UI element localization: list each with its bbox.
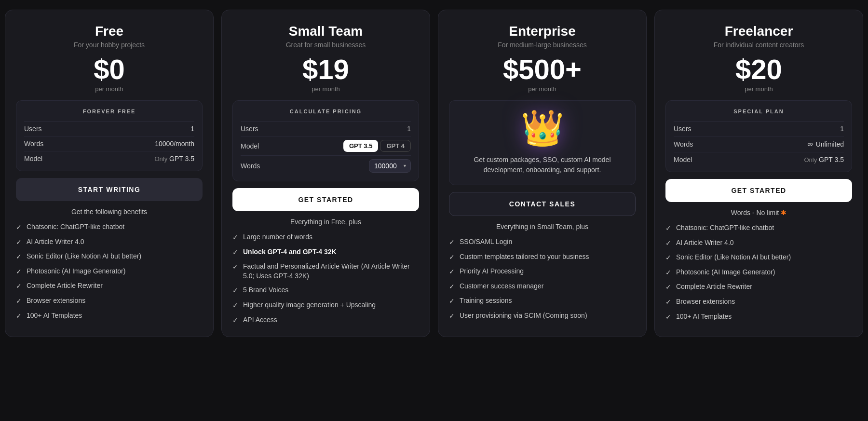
config-val-model-freelancer: Only GPT 3.5 xyxy=(804,156,844,163)
check-icon: ✓ xyxy=(665,268,671,278)
config-val-words-free: 10000/month xyxy=(155,140,194,148)
list-item: ✓ 5 Brand Voices xyxy=(232,285,419,296)
list-item: ✓ User provisioning via SCIM (Coming soo… xyxy=(449,311,636,321)
plan-period-free: per month xyxy=(16,85,203,93)
gpt35-button[interactable]: GPT 3.5 xyxy=(343,140,378,152)
list-item: ✓ Sonic Editor (Like Notion AI but bette… xyxy=(665,253,852,263)
plan-tagline-small-team: Great for small businesses xyxy=(232,41,419,49)
feature-text: Custom templates tailored to your busine… xyxy=(460,252,589,262)
feature-text-bold: Unlock GPT-4 and GPT-4 32K xyxy=(243,247,337,257)
feature-text: Sonic Editor (Like Notion AI but better) xyxy=(27,252,141,261)
feature-list-enterprise: ✓ SSO/SAML Login ✓ Custom templates tail… xyxy=(449,237,636,321)
plan-header-small-team: Small Team Great for small businesses $1… xyxy=(232,24,419,93)
feature-text: AI Article Writer 4.0 xyxy=(27,237,84,247)
config-key-words-small-team: Words xyxy=(241,162,260,170)
list-item: ✓ Custom templates tailored to your busi… xyxy=(449,252,636,262)
feature-text: Complete Article Rewriter xyxy=(676,282,752,292)
check-icon: ✓ xyxy=(449,267,455,277)
config-row-model-small-team: Model GPT 3.5 GPT 4 xyxy=(241,136,411,155)
benefits-heading-enterprise: Everything in Small Team, plus xyxy=(449,223,636,231)
list-item: ✓ Complete Article Rewriter xyxy=(665,282,852,292)
list-item: ✓ Sonic Editor (Like Notion AI but bette… xyxy=(16,252,203,262)
list-item: ✓ Browser extensions xyxy=(665,297,852,307)
list-item: ✓ API Access xyxy=(232,315,419,326)
feature-text: Higher quality image generation + Upscal… xyxy=(243,300,376,310)
list-item: ✓ SSO/SAML Login xyxy=(449,237,636,247)
plan-name-freelancer: Freelancer xyxy=(665,24,852,39)
config-row-users-small-team: Users 1 xyxy=(241,121,411,136)
list-item: ✓ Training sessions xyxy=(449,296,636,306)
plan-price-enterprise: $500+ xyxy=(449,55,636,83)
config-key-words-free: Words xyxy=(24,140,43,148)
config-row-model-free: Model Only GPT 3.5 xyxy=(24,151,194,166)
plan-card-enterprise: Enterprise For medium-large businesses $… xyxy=(438,10,647,337)
feature-text: Browser extensions xyxy=(27,296,85,306)
config-val-users-freelancer: 1 xyxy=(840,125,844,133)
config-row-users-freelancer: Users 1 xyxy=(674,121,844,136)
plan-price-free: $0 xyxy=(16,55,203,83)
plan-price-freelancer: $20 xyxy=(665,55,852,83)
list-item: ✓ Unlock GPT-4 and GPT-4 32K xyxy=(232,247,419,258)
get-started-button-small-team[interactable]: GET STARTED xyxy=(232,188,419,211)
config-val-model-free: Only GPT 3.5 xyxy=(154,155,194,163)
config-key-model-small-team: Model xyxy=(241,142,259,150)
words-select[interactable]: 100000 200000 500000 xyxy=(369,159,411,173)
check-icon: ✓ xyxy=(449,297,455,306)
check-icon: ✓ xyxy=(232,286,238,296)
feature-list-small-team: ✓ Large number of words ✓ Unlock GPT-4 a… xyxy=(232,232,419,325)
gpt4-button[interactable]: GPT 4 xyxy=(380,140,411,152)
plan-tagline-enterprise: For medium-large businesses xyxy=(449,41,636,49)
model-toggle: GPT 3.5 GPT 4 xyxy=(343,140,411,152)
feature-text: 100+ AI Templates xyxy=(27,311,82,321)
config-key-users-freelancer: Users xyxy=(674,125,692,133)
benefits-heading-small-team: Everything in Free, plus xyxy=(232,218,419,226)
check-icon: ✓ xyxy=(16,267,22,277)
plan-tagline-freelancer: For individual content creators xyxy=(665,41,852,49)
plan-period-small-team: per month xyxy=(232,85,419,93)
enterprise-desc: Get custom packages, SSO, custom AI mode… xyxy=(457,155,627,175)
feature-text: Training sessions xyxy=(460,296,512,306)
feature-text: 100+ AI Templates xyxy=(676,312,732,322)
check-icon: ✓ xyxy=(665,224,671,233)
list-item: ✓ Factual and Personalized Article Write… xyxy=(232,262,419,281)
check-icon: ✓ xyxy=(665,239,671,248)
check-icon: ✓ xyxy=(449,238,455,247)
list-item: ✓ Complete Article Rewriter xyxy=(16,281,203,291)
feature-text: Chatsonic: ChatGPT-like chatbot xyxy=(27,222,124,232)
list-item: ✓ Photosonic (AI Image Generator) xyxy=(665,268,852,278)
config-key-model-freelancer: Model xyxy=(674,156,692,163)
check-icon: ✓ xyxy=(16,297,22,306)
feature-text: Chatsonic: ChatGPT-like chatbot xyxy=(676,223,774,233)
plan-name-small-team: Small Team xyxy=(232,24,419,39)
config-key-words-freelancer: Words xyxy=(674,140,693,148)
get-started-button-freelancer[interactable]: GET STARTED xyxy=(665,179,852,202)
asterisk-icon: ✱ xyxy=(781,209,787,217)
check-icon: ✓ xyxy=(665,253,671,263)
config-val-words-freelancer: ∞ Unlimited xyxy=(807,140,844,149)
plan-config-small-team: CALCULATE PRICING Users 1 Model GPT 3.5 … xyxy=(232,100,419,181)
check-icon: ✓ xyxy=(449,282,455,292)
config-key-users-small-team: Users xyxy=(241,125,258,133)
check-icon: ✓ xyxy=(16,238,22,247)
plan-config-freelancer: SPECIAL PLAN Users 1 Words ∞ Unlimited M… xyxy=(665,100,852,172)
enterprise-visual-box: 👑 Get custom packages, SSO, custom AI mo… xyxy=(449,100,636,185)
contact-sales-button[interactable]: CONTACT SALES xyxy=(449,192,636,216)
list-item: ✓ Photosonic (AI Image Generator) xyxy=(16,267,203,277)
config-label-free: FOREVER FREE xyxy=(24,109,194,114)
plan-header-freelancer: Freelancer For individual content creato… xyxy=(665,24,852,93)
list-item: ✓ Customer success manager xyxy=(449,282,636,292)
list-item: ✓ Chatsonic: ChatGPT-like chatbot xyxy=(16,222,203,232)
start-writing-button[interactable]: START WRITING xyxy=(16,178,203,201)
feature-text: Browser extensions xyxy=(676,297,735,307)
list-item: ✓ 100+ AI Templates xyxy=(16,311,203,321)
list-item: ✓ Higher quality image generation + Upsc… xyxy=(232,300,419,311)
config-row-words-small-team: Words 100000 200000 500000 xyxy=(241,155,411,176)
feature-list-freelancer: ✓ Chatsonic: ChatGPT-like chatbot ✓ AI A… xyxy=(665,223,852,322)
check-icon: ✓ xyxy=(232,233,238,243)
check-icon: ✓ xyxy=(665,283,671,292)
check-icon: ✓ xyxy=(449,312,455,321)
feature-text: Complete Article Rewriter xyxy=(27,281,103,291)
list-item: ✓ Large number of words xyxy=(232,232,419,243)
feature-text: Priority AI Processing xyxy=(460,267,524,276)
check-icon: ✓ xyxy=(232,262,238,272)
